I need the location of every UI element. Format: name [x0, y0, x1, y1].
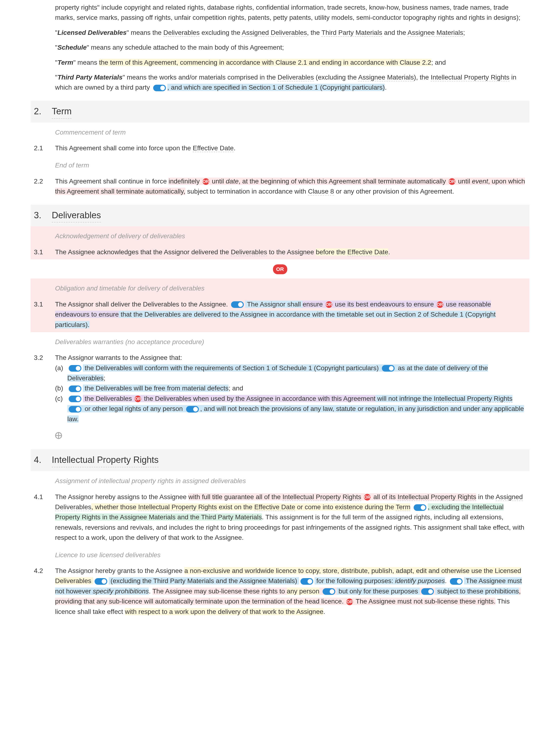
toggle-icon[interactable] — [382, 365, 395, 372]
toggle-icon[interactable] — [69, 386, 82, 392]
text: " means — [73, 59, 99, 66]
text: with full title guarantee all of the — [188, 493, 283, 500]
toggle-icon[interactable] — [231, 301, 244, 308]
subtitle: End of term — [31, 155, 529, 174]
or-badge[interactable]: OR — [449, 178, 455, 185]
alt-block-2: Obligation and timetable for delivery of… — [31, 279, 529, 332]
text: or any other provision of this Agreement… — [334, 188, 454, 195]
text: The Assignee may sub-license these right… — [152, 588, 287, 595]
clause-2-1: 2.1 This Agreement shall come into force… — [31, 141, 529, 155]
toggle-icon[interactable] — [153, 85, 166, 91]
section-title: Deliverables — [52, 208, 101, 223]
or-separator: OR — [31, 260, 529, 279]
ref-deliverables: Deliverables — [278, 73, 314, 82]
or-badge[interactable]: OR — [437, 301, 443, 308]
ref-ipr: Intellectual Property Rights — [431, 73, 510, 82]
toggle-icon[interactable] — [69, 396, 82, 402]
ref-am: Assignee Materials — [358, 73, 414, 82]
toggle-icon[interactable] — [69, 406, 82, 413]
placeholder: specify prohibitions — [93, 588, 149, 595]
or-badge[interactable]: OR — [135, 396, 141, 402]
ref-ed: Effective Date — [254, 503, 295, 511]
subtitle: Obligation and timetable for delivery of… — [31, 279, 529, 297]
toggle-icon[interactable] — [421, 588, 434, 595]
text: . — [388, 248, 390, 256]
text: The Assignee must not sub-license these … — [354, 598, 496, 605]
text: ; — [463, 29, 465, 36]
text: subject to termination in accordance wit… — [185, 188, 308, 195]
term: Term — [57, 59, 73, 66]
text: (excluding the — [314, 73, 358, 81]
text: The Assignor shall — [245, 301, 303, 308]
toggle-icon[interactable] — [322, 588, 335, 595]
subtitle: Commencement of term — [31, 123, 529, 141]
text: subject to these prohibitions — [435, 588, 519, 595]
def-term: "Term" means the term of this Agreement,… — [31, 55, 529, 70]
text: The Assignor shall deliver the Deliverab… — [55, 301, 230, 308]
toggle-icon[interactable] — [186, 406, 199, 413]
def-ip-rights-cont: property rights" include copyright and r… — [31, 0, 529, 25]
sub-b: (b) the Deliverables will be free from m… — [55, 383, 527, 393]
text: , and will not breach the provisions of … — [200, 405, 396, 412]
text: (excluding the Third Party Materials and… — [109, 577, 299, 584]
text: for the following purposes: — [315, 577, 395, 584]
clause-2-2: 2.2 This Agreement shall continue in for… — [31, 174, 529, 199]
text: . — [445, 577, 449, 584]
toggle-icon[interactable] — [69, 365, 82, 372]
ref-deliverables: Deliverables — [163, 29, 199, 37]
placeholder: date — [226, 178, 239, 185]
toggle-icon[interactable] — [300, 578, 313, 585]
clause-num: 3.1 — [31, 247, 55, 257]
clause-body: The Assignor hereby grants to the Assign… — [55, 566, 529, 617]
section-num: 4. — [31, 453, 52, 467]
text: " means the — [127, 29, 163, 36]
term: Third Party Materials — [57, 73, 123, 81]
opt-text: until — [210, 178, 226, 185]
toggle-icon[interactable] — [414, 504, 426, 511]
clause-3-1a: 3.1 The Assignee acknowledges that the A… — [31, 245, 529, 260]
clause-body: The Assignor hereby assigns to the Assig… — [55, 492, 529, 543]
or-badge[interactable]: OR — [326, 301, 332, 308]
section-3-header: 3. Deliverables — [31, 204, 529, 227]
opt-text: indefinitely — [168, 178, 201, 185]
clause-num: 4.1 — [31, 492, 55, 543]
text: all of its — [372, 493, 397, 500]
or-badge-big[interactable]: OR — [273, 264, 287, 274]
ref-deliverables: Deliverables — [231, 248, 267, 256]
text: ; and — [431, 59, 446, 66]
toggle-icon[interactable] — [95, 578, 107, 585]
ref-ed: Effective Date — [347, 248, 388, 256]
text: will not infringe the — [376, 395, 434, 402]
or-badge[interactable]: OR — [346, 599, 353, 605]
add-row: ⨁ — [31, 426, 529, 444]
or-badge[interactable]: OR — [364, 494, 371, 500]
subtitle: Assignment of intellectual property righ… — [31, 471, 529, 489]
def-licensed-deliverables: "Licensed Deliverables" means the Delive… — [31, 25, 529, 40]
clause-4-2: 4.2 The Assignor hereby grants to the As… — [31, 563, 529, 619]
ref-term: Term — [396, 503, 410, 511]
clause-3-2: 3.2 The Assignor warrants to the Assigne… — [31, 350, 529, 426]
ref-ipr: Intellectual Property Rights — [397, 493, 476, 501]
section-title: Term — [52, 105, 72, 119]
section-num: 3. — [31, 208, 52, 223]
sub-a: (a) the Deliverables will conform with t… — [55, 363, 527, 384]
toggle-icon[interactable] — [450, 578, 462, 585]
clause-body: The Assignor warrants to the Assignee th… — [55, 352, 529, 424]
text: The Assignor hereby assigns to the Assig… — [55, 493, 188, 500]
opt-text: use its best endeavours to ensure — [333, 301, 436, 308]
text: This Agreement shall continue in force — [55, 178, 168, 185]
section-num: 2. — [31, 105, 52, 119]
def-tpm: "Third Party Materials" means the works … — [31, 70, 529, 95]
term: Licensed Deliverables — [57, 29, 127, 36]
text: the Deliverables — [83, 395, 134, 402]
plus-icon[interactable]: ⨁ — [55, 430, 62, 437]
clause-num: 2.1 — [31, 143, 55, 153]
subtitle: Deliverables warranties (no acceptance p… — [31, 332, 529, 350]
ref-assigned: Assigned Deliverables — [242, 29, 307, 37]
text: " means the works and/or materials compr… — [123, 73, 278, 81]
text: the Deliverables will be free from mater… — [83, 385, 229, 392]
text: property rights" include copyright and r… — [55, 4, 521, 21]
text: but only for these purposes — [337, 588, 420, 595]
or-badge[interactable]: OR — [202, 178, 209, 185]
ref-ipr: Intellectual Property Rights — [283, 493, 362, 501]
